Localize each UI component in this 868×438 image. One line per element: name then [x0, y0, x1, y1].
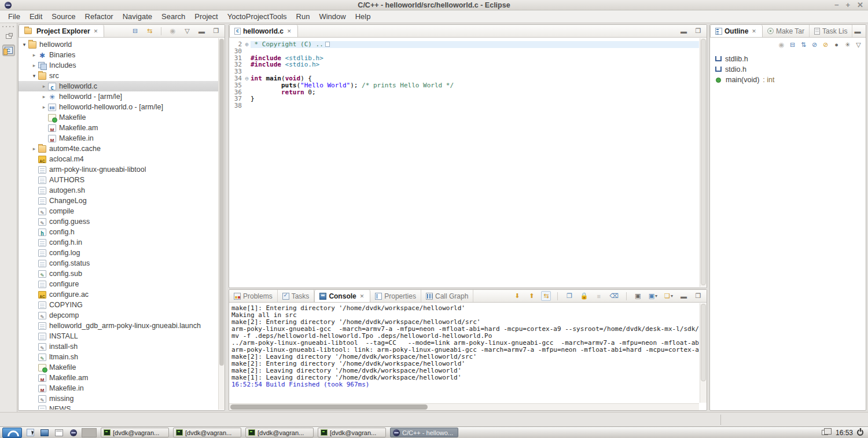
menu-edit[interactable]: Edit [25, 11, 47, 22]
menu-window[interactable]: Window [314, 11, 350, 22]
scroll-to-bottom-icon[interactable]: ⬇ [512, 291, 522, 301]
tree-item[interactable]: Makefile.in [19, 383, 218, 393]
focus-icon[interactable]: ◉ [777, 40, 786, 50]
minimize-view-icon[interactable]: ▬ [197, 26, 207, 36]
tree-item[interactable]: Makefile.am [19, 123, 218, 133]
tree-item[interactable]: ▸helloworld.c [19, 81, 218, 91]
tab-task-lis[interactable]: Task Lis [810, 25, 852, 37]
outline-item[interactable]: main(void) : int [715, 75, 866, 85]
trim-drag-handle[interactable] [720, 415, 721, 425]
maximize-view-icon[interactable]: ❐ [211, 26, 221, 36]
tab-console[interactable]: Console✕ [314, 290, 370, 302]
tree-item[interactable]: ltmain.sh [19, 352, 218, 362]
minimize-view-icon[interactable]: ▬ [679, 26, 689, 36]
tree-item[interactable]: AUTHORS [19, 175, 218, 185]
twistie-icon[interactable]: ▸ [31, 146, 38, 152]
sort-icon[interactable]: ⇅ [799, 40, 808, 50]
window-minimize-button[interactable]: − [834, 0, 839, 10]
hide-non-public-members-icon[interactable]: ● [832, 40, 841, 50]
fold-marker-icon[interactable]: ⊕ [243, 41, 251, 48]
maximize-view-icon[interactable]: ❐ [693, 291, 703, 301]
tree-item[interactable]: arm-poky-linux-gnueabi-libtool [19, 164, 218, 175]
app-menu-button[interactable] [2, 428, 22, 438]
code-line[interactable]: 36 return 0; [229, 89, 699, 96]
menu-source[interactable]: Source [47, 11, 80, 22]
menu-search[interactable]: Search [157, 11, 190, 22]
show-desktop-button[interactable] [53, 428, 65, 438]
taskbar-window-button[interactable]: [dvdk@vagran... [101, 428, 169, 437]
tree-item[interactable]: INSTALL [19, 331, 218, 341]
tab-project-explorer[interactable]: Project Explorer ✕ [19, 25, 104, 37]
tree-item[interactable]: aclocal.m4 [19, 154, 218, 164]
editor-scrollbar[interactable] [700, 38, 707, 287]
tab-properties[interactable]: Properties [370, 290, 421, 302]
tree-item[interactable]: config.status [19, 258, 218, 268]
minimize-view-icon[interactable]: ▬ [852, 26, 862, 36]
workspace-switcher-icon[interactable] [822, 430, 828, 435]
menu-navigate[interactable]: Navigate [118, 11, 157, 22]
twistie-icon[interactable]: ▸ [41, 94, 47, 100]
tree-item[interactable]: config.sub [19, 268, 218, 279]
code-line[interactable]: 2⊕ * Copyright (C) .. [229, 41, 699, 48]
taskbar-window-button[interactable]: [dvdk@vagran... [318, 428, 386, 437]
custom-filters-icon[interactable]: ✳ [843, 40, 852, 50]
tree-item[interactable]: autogen.sh [19, 185, 218, 196]
tree-item[interactable]: missing [19, 393, 218, 404]
display-settings-button[interactable] [38, 428, 51, 438]
tab-helloworld-c[interactable]: helloworld.c ✕ [229, 25, 298, 37]
minimize-view-icon[interactable]: ▬ [679, 291, 689, 301]
taskbar-window-button[interactable]: [dvdk@vagran... [245, 428, 314, 437]
folded-region-icon[interactable] [325, 42, 330, 47]
scrollbar-thumb[interactable] [230, 404, 428, 410]
tree-item[interactable]: config.h.in [19, 237, 218, 248]
pin-console-icon[interactable]: ❐ [564, 291, 574, 301]
view-menu-icon[interactable]: ▽ [182, 26, 192, 36]
tree-item[interactable]: config.h [19, 227, 218, 237]
empty-launcher-button[interactable] [82, 428, 97, 438]
restore-toolbar-button[interactable] [2, 31, 15, 42]
tab-make-tar[interactable]: Make Tar [763, 25, 810, 37]
tree-item[interactable]: configure.ac [19, 289, 218, 300]
menu-yoctoprojecttools[interactable]: YoctoProjectTools [223, 11, 292, 22]
twistie-icon[interactable]: ▾ [31, 73, 38, 79]
scrollbar-thumb[interactable] [219, 39, 224, 366]
clear-console-icon[interactable]: ⌫ [608, 291, 620, 301]
scrollbar-thumb[interactable] [701, 304, 706, 381]
open-console-icon[interactable]: ▣▾ [648, 291, 659, 301]
scroll-lock-icon[interactable]: 🔒 [579, 291, 589, 301]
maximize-view-icon[interactable]: ❐ [693, 26, 703, 36]
tree-item[interactable]: ▸helloworld - [arm/le] [19, 91, 218, 102]
tree-item[interactable]: compile [19, 206, 218, 216]
outline-item[interactable]: stdio.h [715, 64, 866, 75]
tree-item[interactable]: depcomp [19, 310, 218, 321]
close-icon[interactable]: ✕ [751, 28, 757, 35]
tree-item[interactable]: helloworld_gdb_arm-poky-linux-gnueabi.la… [19, 321, 218, 331]
collapse-all-icon[interactable]: ⊟ [130, 26, 140, 36]
tab-problems[interactable]: Problems [229, 290, 278, 302]
tree-item[interactable]: Makefile.am [19, 373, 218, 383]
scrollbar-thumb[interactable] [701, 39, 706, 285]
taskbar-window-button[interactable]: C/C++ - hellowo... [390, 428, 458, 437]
scroll-to-top-icon[interactable]: ⬆ [527, 291, 536, 301]
project-explorer-scrollbar[interactable] [218, 38, 225, 410]
tree-item[interactable]: install-sh [19, 341, 218, 352]
power-icon[interactable] [857, 429, 863, 436]
tree-item[interactable]: ▸Binaries [19, 50, 218, 60]
tree-item[interactable]: COPYING [19, 300, 218, 310]
toolbar-drag-handle[interactable] [2, 25, 14, 28]
tree-item[interactable]: Makefile [19, 112, 218, 123]
tree-item[interactable]: ChangeLog [19, 196, 218, 206]
tree-item[interactable]: configure [19, 279, 218, 289]
focus-icon[interactable]: ◉ [168, 26, 178, 36]
window-close-button[interactable]: ✕ [857, 0, 863, 10]
window-maximize-button[interactable]: + [846, 0, 851, 10]
view-menu-icon[interactable]: ▽ [854, 40, 863, 50]
console-hscrollbar[interactable] [229, 403, 699, 410]
close-icon[interactable]: ✕ [93, 28, 100, 35]
hide-fields-icon[interactable]: ⊘ [810, 40, 819, 50]
tree-item[interactable]: ▸Includes [19, 60, 218, 71]
hide-static-members-icon[interactable]: ⊘ [821, 40, 830, 50]
twistie-icon[interactable]: ▾ [21, 42, 28, 47]
console-output[interactable]: make[1]: Entering directory '/home/dvdk/… [229, 303, 699, 403]
file-manager-button[interactable] [24, 428, 36, 438]
